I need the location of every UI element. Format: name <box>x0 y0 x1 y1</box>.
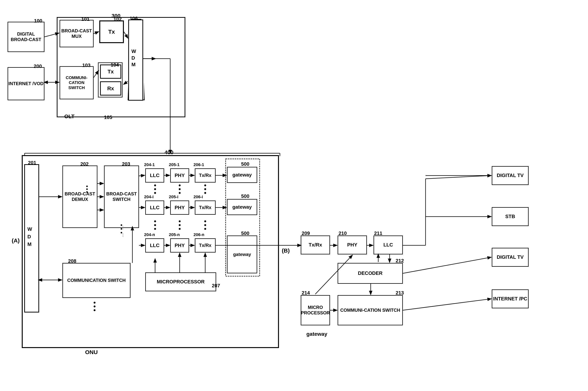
label-204-1: 204-1 <box>144 162 155 167</box>
label-204-i: 204-i <box>144 195 154 199</box>
label-210: 210 <box>338 230 347 236</box>
gateway-label-3: gateway <box>233 252 251 257</box>
box-internet-vod: INTERNET /VOD <box>7 67 44 100</box>
box-gateway-1: gateway <box>227 167 257 183</box>
label-203: 203 <box>122 161 130 167</box>
label-100: 100 <box>34 18 42 24</box>
box-phy-210: PHY <box>337 235 367 254</box>
label-200: 200 <box>34 63 42 69</box>
box-broadcast-demux: BROAD-CAST DEMUX <box>62 166 97 228</box>
box-txrx-i: Tx/Rx <box>195 200 216 215</box>
label-500-2: 500 <box>241 193 249 199</box>
box-digital-broadcast: DIGITAL BROAD-CAST <box>7 22 44 52</box>
box-comm-switch-213: COMMUNI-CATION SWITCH <box>337 295 403 325</box>
label-205-i: 205-i <box>169 195 178 199</box>
box-rx: Rx <box>100 81 121 96</box>
box-gateway-3: gateway <box>227 235 257 273</box>
box-microprocessor-214: MICRO PROCESSOR <box>301 295 330 325</box>
label-105: 105 <box>104 114 112 120</box>
svg-line-68 <box>425 176 491 179</box>
label-209: 209 <box>302 230 310 236</box>
label-212: 212 <box>396 258 404 264</box>
box-internet-pc: INTERNET /PC <box>492 290 529 308</box>
label-onu: ONU <box>85 349 98 355</box>
label-202: 202 <box>80 161 88 167</box>
label-213: 213 <box>396 290 404 296</box>
box-broadcast-mux: BROAD-CAST MUX <box>60 20 94 47</box>
label-B: (B) <box>282 247 290 254</box>
box-decoder: DECODER <box>337 263 403 284</box>
label-206-i: 206-i <box>193 195 203 199</box>
box-llc-1: LLC <box>145 168 164 183</box>
svg-line-0 <box>44 33 59 37</box>
label-500-3: 500 <box>241 230 249 236</box>
box-txrx-n: Tx/Rx <box>195 238 216 253</box>
box-104-container: Tx Rx <box>98 62 123 98</box>
label-206-1: 206-1 <box>193 162 204 167</box>
label-204-n: 204-n <box>144 232 155 237</box>
label-wdm-top: W D M <box>130 51 136 70</box>
box-stb: STB <box>492 207 529 226</box>
svg-line-74 <box>403 299 491 310</box>
box-tx-top: Tx <box>99 20 124 43</box>
box-comm-switch-bottom: COMMUNICATION SWITCH <box>62 263 131 298</box>
label-106: 106 <box>130 15 138 21</box>
box-txrx-1: Tx/Rx <box>195 168 216 183</box>
box-microprocessor: MICROPROCESSOR <box>145 272 216 291</box>
label-103: 103 <box>82 62 90 68</box>
label-208: 208 <box>68 258 76 264</box>
box-comm-switch-top: COMMUNI-CATION SWITCH <box>60 66 94 99</box>
label-201: 201 <box>28 160 36 166</box>
box-digital-tv-1: DIGITAL TV <box>492 166 529 185</box>
label-207: 207 <box>212 283 220 289</box>
box-gateway-2: gateway <box>227 199 257 215</box>
box-phy-i: PHY <box>170 200 189 215</box>
label-211: 211 <box>374 230 382 236</box>
label-214: 214 <box>302 290 310 296</box>
label-olt: OLT <box>64 113 75 119</box>
label-102: 102 <box>113 16 122 22</box>
box-txrx-209: Tx/Rx <box>301 235 330 254</box>
label-gateway-area: gateway <box>306 331 327 337</box>
box-digital-tv-2: DIGITAL TV <box>492 248 529 267</box>
box-llc-i: LLC <box>145 200 164 215</box>
label-104: 104 <box>111 62 119 68</box>
label-205-n: 205-n <box>169 232 180 237</box>
diagram: 300 OLT 105 DIGITAL BROAD-CAST 100 BROAD… <box>0 0 588 391</box>
box-llc-n: LLC <box>145 238 164 253</box>
label-A: (A) <box>12 237 20 244</box>
label-500-1: 500 <box>241 161 249 167</box>
label-205-1: 205-1 <box>169 162 179 167</box>
svg-line-72 <box>403 257 491 273</box>
box-llc-211: LLC <box>374 235 403 254</box>
label-101: 101 <box>81 16 89 22</box>
box-phy-1: PHY <box>170 168 189 183</box>
label-206-n: 206-n <box>193 232 204 237</box>
box-broadcast-switch: BROAD-CAST SWITCH <box>104 166 139 228</box>
label-400: 400 <box>165 149 173 156</box>
box-phy-n: PHY <box>170 238 189 253</box>
